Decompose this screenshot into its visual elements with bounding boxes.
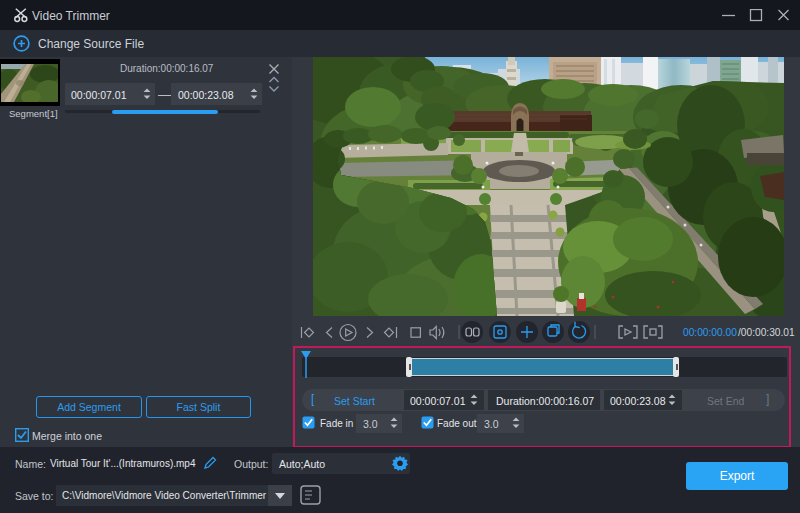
svg-text:/00:00:30.01: /00:00:30.01: [738, 327, 795, 338]
svg-text:00:00:00.00: 00:00:00.00: [683, 327, 737, 338]
